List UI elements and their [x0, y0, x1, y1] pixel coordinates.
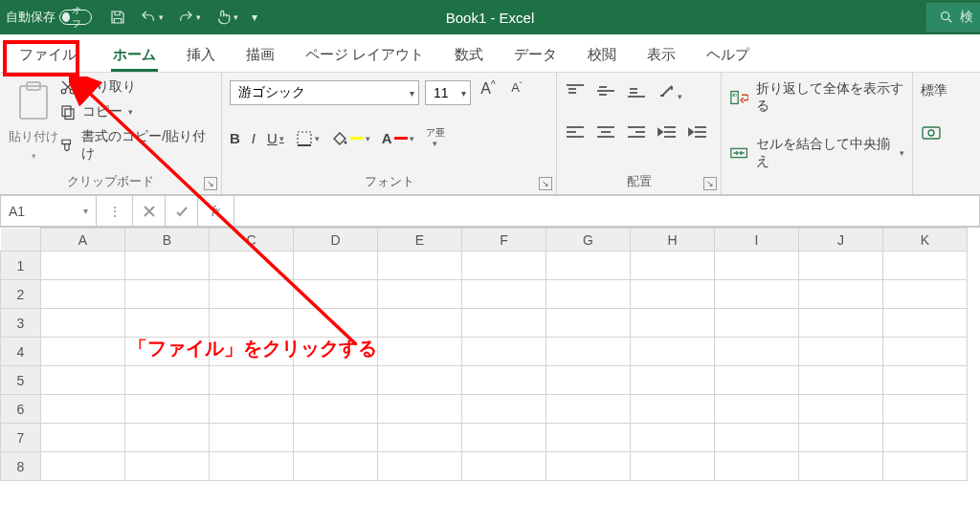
tab-file[interactable]: ファイル [4, 37, 92, 72]
cell[interactable] [546, 309, 631, 338]
cell[interactable] [883, 424, 968, 452]
cell[interactable] [883, 338, 968, 366]
spreadsheet-grid[interactable]: ABCDEFGHIJK12345678 [0, 228, 980, 481]
row-header[interactable]: 8 [1, 452, 41, 481]
cell[interactable] [462, 252, 546, 280]
tab-review[interactable]: 校閲 [572, 37, 632, 72]
name-box[interactable]: A1▾ [0, 195, 96, 227]
align-left-button[interactable] [565, 123, 586, 143]
border-button[interactable]: ▾ [296, 130, 320, 147]
number-format-combo[interactable]: 標準 [921, 78, 965, 103]
copy-button[interactable]: コピー ▾ [59, 103, 213, 120]
cell[interactable] [799, 338, 883, 366]
cell[interactable] [883, 366, 968, 395]
decrease-indent-button[interactable] [657, 123, 678, 143]
select-all-corner[interactable] [1, 229, 41, 252]
column-header[interactable]: H [631, 229, 715, 252]
font-name-combo[interactable]: 游ゴシック▾ [230, 80, 419, 105]
cell[interactable] [41, 424, 125, 452]
cell[interactable] [378, 309, 462, 338]
cell[interactable] [294, 395, 378, 424]
column-header[interactable]: D [294, 229, 378, 252]
cell[interactable] [462, 280, 546, 309]
row-header[interactable]: 1 [1, 252, 41, 280]
cell[interactable] [210, 424, 294, 452]
cell[interactable] [462, 338, 546, 366]
cell[interactable] [799, 280, 883, 309]
format-painter-button[interactable]: 書式のコピー/貼り付け [59, 128, 213, 163]
cell[interactable] [462, 309, 546, 338]
cell[interactable] [631, 395, 715, 424]
cell[interactable] [41, 309, 125, 338]
align-dialog-launcher[interactable]: ↘ [703, 177, 717, 190]
cell[interactable] [294, 309, 378, 338]
cell[interactable] [378, 252, 462, 280]
cell[interactable] [546, 424, 631, 452]
column-header[interactable]: K [883, 229, 968, 252]
cell[interactable] [883, 395, 968, 424]
cell[interactable] [715, 338, 799, 366]
tab-data[interactable]: データ [499, 37, 572, 72]
cut-button[interactable]: 切り取り [59, 78, 213, 96]
cell[interactable] [210, 366, 294, 395]
cell[interactable] [378, 395, 462, 424]
cell[interactable] [462, 452, 546, 481]
row-header[interactable]: 5 [1, 366, 41, 395]
phonetic-button[interactable]: ア亜 ▾ [426, 128, 445, 148]
cell[interactable] [378, 366, 462, 395]
cell[interactable] [631, 452, 715, 481]
cell[interactable] [799, 309, 883, 338]
cell[interactable] [715, 424, 799, 452]
cell[interactable] [462, 366, 546, 395]
tab-pagelayout[interactable]: ページ レイアウト [290, 37, 439, 72]
row-header[interactable]: 4 [1, 338, 41, 366]
tab-home[interactable]: ホーム [98, 37, 171, 72]
cell[interactable] [546, 366, 631, 395]
cell[interactable] [294, 452, 378, 481]
cell[interactable] [378, 424, 462, 452]
qat-customize-button[interactable]: ▾ [252, 11, 257, 24]
column-header[interactable]: F [462, 229, 546, 252]
autosave-toggle[interactable]: 自動保存 オフ [6, 9, 92, 26]
decrease-font-button[interactable]: Aˇ [505, 80, 528, 105]
cell[interactable] [41, 366, 125, 395]
row-header[interactable]: 3 [1, 309, 41, 338]
cell[interactable] [546, 280, 631, 309]
cell[interactable] [210, 280, 294, 309]
cell[interactable] [799, 252, 883, 280]
formula-input[interactable] [234, 195, 980, 227]
cell[interactable] [883, 452, 968, 481]
cell[interactable] [546, 395, 631, 424]
cell[interactable] [210, 252, 294, 280]
redo-button[interactable]: ▾ [177, 9, 201, 26]
cell[interactable] [210, 309, 294, 338]
align-top-button[interactable] [565, 82, 586, 102]
cell[interactable] [125, 252, 210, 280]
cell[interactable] [883, 309, 968, 338]
column-header[interactable]: J [799, 229, 883, 252]
align-right-button[interactable] [626, 123, 647, 143]
cell[interactable] [41, 338, 125, 366]
wrap-text-button[interactable]: ab 折り返して全体を表示する [729, 80, 904, 115]
save-icon[interactable] [109, 9, 126, 26]
enter-formula-button[interactable] [165, 195, 197, 227]
cell[interactable] [883, 252, 968, 280]
row-header[interactable]: 7 [1, 424, 41, 452]
cell[interactable] [631, 366, 715, 395]
paste-button[interactable]: 貼り付け ▾ [8, 78, 59, 171]
cell[interactable] [715, 452, 799, 481]
tab-insert[interactable]: 挿入 [171, 37, 231, 72]
cell[interactable] [378, 280, 462, 309]
tab-formulas[interactable]: 数式 [439, 37, 499, 72]
row-header[interactable]: 2 [1, 280, 41, 309]
cell[interactable] [41, 452, 125, 481]
cell[interactable] [715, 309, 799, 338]
cell[interactable] [631, 280, 715, 309]
align-center-button[interactable] [595, 123, 616, 143]
bold-button[interactable]: B [230, 130, 240, 146]
cell[interactable] [715, 366, 799, 395]
increase-font-button[interactable]: A^ [477, 80, 500, 105]
cell[interactable] [631, 424, 715, 452]
cancel-formula-button[interactable] [132, 195, 165, 227]
column-header[interactable]: I [715, 229, 799, 252]
